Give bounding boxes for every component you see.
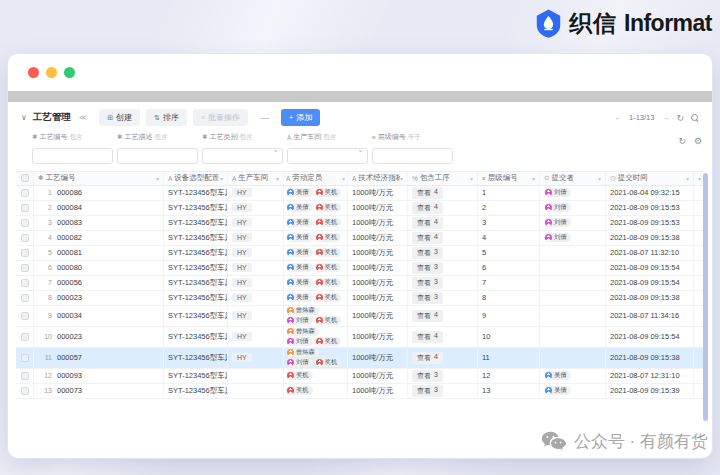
header-cell-劳动定员[interactable]: A劳动定员▾: [284, 172, 348, 185]
chevron-down-icon[interactable]: ▾: [342, 175, 345, 182]
batch-actions-button[interactable]: ≡ 批量操作: [193, 109, 248, 126]
view-ops-button[interactable]: 查看4: [412, 331, 443, 343]
filter-select-生产车间[interactable]: [287, 144, 368, 164]
filter-input-工艺描述[interactable]: [117, 148, 198, 164]
chevron-down-icon[interactable]: ▾: [698, 175, 701, 182]
view-ops-button[interactable]: 查看4: [412, 202, 443, 214]
row-checkbox[interactable]: [21, 312, 29, 320]
chevron-down-icon[interactable]: ▾: [686, 175, 689, 182]
process-no-cell: 7000056: [34, 276, 164, 290]
add-record-button[interactable]: + 添加: [281, 109, 320, 126]
row-number: 13: [38, 387, 52, 394]
submit-time-cell: 2021-08-09 09:15:38: [606, 231, 694, 245]
row-checkbox[interactable]: [21, 387, 29, 395]
refresh-icon[interactable]: ↻: [678, 136, 686, 146]
filter-input-工艺编号[interactable]: [32, 148, 113, 164]
table-row[interactable]: 6000080SYT-123456型车床HY吴倩奖机1000吨/万元查看3620…: [16, 261, 704, 276]
header-cell-技术经济指标[interactable]: A技术经济指标▾: [348, 172, 408, 185]
chevron-down-icon[interactable]: ▾: [220, 175, 223, 182]
view-ops-button[interactable]: 查看3: [412, 247, 443, 259]
table-row[interactable]: 12000093SYT-123456型车床奖机1000吨/万元查看312吴倩20…: [16, 369, 704, 384]
submit-time-cell: 2021-08-07 12:31:10: [606, 369, 694, 383]
table-row[interactable]: 2000084SYT-123456型车床HY吴倩奖机1000吨/万元查看42刘倩…: [16, 201, 704, 216]
close-window-button[interactable]: [28, 67, 39, 78]
member-chip: 吴倩: [286, 263, 313, 272]
table-row[interactable]: 3000083SYT-123456型车床HY吴倩奖机1000吨/万元查看43刘倩…: [16, 216, 704, 231]
header-cell-生产车间[interactable]: A生产车间▾: [228, 172, 284, 185]
view-ops-button[interactable]: 查看4: [412, 352, 443, 364]
table-row[interactable]: 10000023SYT-123456型车床HY曾炜森刘倩奖机1000吨/万元查看…: [16, 327, 704, 348]
filter-select-input[interactable]: [287, 148, 368, 164]
view-ops-button[interactable]: 查看3: [412, 370, 443, 382]
view-ops-button[interactable]: 查看4: [412, 310, 443, 322]
header-cell-工艺编号[interactable]: ✱工艺编号▾: [34, 172, 164, 185]
header-cell-设备选型配置[interactable]: A设备选型配置▾: [164, 172, 228, 185]
ops-cell: 查看3: [408, 384, 478, 398]
row-checkbox[interactable]: [21, 219, 29, 227]
table-row[interactable]: 1000086SYT-123456型车床HY吴倩奖机1000吨/万元查看41刘倩…: [16, 186, 704, 201]
view-ops-button[interactable]: 查看4: [412, 232, 443, 244]
chevron-down-icon[interactable]: ▾: [156, 175, 159, 182]
view-ops-button[interactable]: 查看3: [412, 277, 443, 289]
header-cell-层级编号[interactable]: ≡层级编号▾: [478, 172, 540, 185]
chevron-down-icon[interactable]: ▾: [400, 175, 403, 182]
header-cell-提交时间[interactable]: ◷提交时间▾: [606, 172, 694, 185]
submitter-cell: [540, 246, 606, 260]
next-page-arrow-icon[interactable]: →: [661, 113, 669, 122]
row-checkbox[interactable]: [21, 279, 29, 287]
submitter-cell: [540, 306, 606, 326]
header-cell-提交者[interactable]: ⊙提交者▾: [540, 172, 606, 185]
row-checkbox[interactable]: [21, 204, 29, 212]
chevron-down-icon[interactable]: ∨: [21, 113, 27, 122]
table-row[interactable]: 5000081SYT-123456型车床HY吴倩奖机1000吨/万元查看3520…: [16, 246, 704, 261]
table-row[interactable]: 8000023SYT-123456型车床HY吴倩奖机1000吨/万元查看3820…: [16, 291, 704, 306]
search-icon[interactable]: [691, 114, 699, 122]
header-cell-checkbox[interactable]: [16, 172, 34, 185]
row-checkbox[interactable]: [21, 264, 29, 272]
table-row[interactable]: 7000056SYT-123456型车床HY吴倩奖机1000吨/万元查看3720…: [16, 276, 704, 291]
header-cell-包含工序[interactable]: %包含工序▾: [408, 172, 478, 185]
row-checkbox[interactable]: [21, 333, 29, 341]
vertical-scrollbar[interactable]: [703, 173, 708, 421]
prev-page-arrow-icon[interactable]: ←: [614, 113, 622, 122]
workshop-tag: HY: [232, 278, 252, 287]
table-row[interactable]: 11000057SYT-123456型车床HY曾炜森刘倩奖机1000吨/万元查看…: [16, 348, 704, 369]
row-checkbox[interactable]: [21, 234, 29, 242]
create-button[interactable]: ⊞ 创建: [99, 109, 140, 126]
gear-icon[interactable]: ⚙: [694, 136, 702, 146]
row-checkbox[interactable]: [21, 249, 29, 257]
view-ops-button[interactable]: 查看3: [412, 262, 443, 274]
create-icon: ⊞: [107, 114, 113, 122]
sort-button[interactable]: ⇅ 排序: [146, 109, 187, 126]
table-row[interactable]: 9000034SYT-123456型车床HY曾炜森刘倩奖机1000吨/万元查看4…: [16, 306, 704, 327]
row-checkbox[interactable]: [21, 294, 29, 302]
table-row[interactable]: 13000073SYT-123456型车床奖机1000吨/万元查看313吴倩20…: [16, 384, 704, 399]
member-chip: 吴倩: [286, 233, 313, 242]
refresh-icon[interactable]: ↻: [676, 113, 684, 123]
member-chip: 奖机: [286, 386, 313, 395]
filter-select-工艺类别[interactable]: [202, 144, 283, 164]
process-no: 000083: [57, 218, 82, 227]
maximize-window-button[interactable]: [64, 67, 75, 78]
row-checkbox[interactable]: [21, 354, 29, 362]
select-all-checkbox[interactable]: [21, 174, 29, 182]
row-checkbox[interactable]: [21, 372, 29, 380]
row-checkbox[interactable]: [21, 189, 29, 197]
view-ops-button[interactable]: 查看3: [412, 385, 443, 397]
table-row[interactable]: 4000082SYT-123456型车床HY吴倩奖机1000吨/万元查看44刘倩…: [16, 231, 704, 246]
view-ops-button[interactable]: 查看4: [412, 217, 443, 229]
chevron-down-icon[interactable]: ▾: [470, 175, 473, 182]
filter-select-input[interactable]: [202, 148, 283, 164]
chevron-down-icon[interactable]: ▾: [532, 175, 535, 182]
more-actions-button[interactable]: —: [254, 113, 275, 123]
view-ops-button[interactable]: 查看4: [412, 187, 443, 199]
chevron-down-icon[interactable]: ▾: [276, 175, 279, 182]
level-no-cell: 3: [478, 216, 540, 230]
share-icon[interactable]: ≪: [79, 113, 87, 122]
view-ops-button[interactable]: 查看3: [412, 292, 443, 304]
device-cell: SYT-123456型车床: [164, 384, 228, 398]
avatar: [287, 204, 294, 211]
filter-input-层级编号[interactable]: [372, 148, 453, 164]
chevron-down-icon[interactable]: ▾: [598, 175, 601, 182]
minimize-window-button[interactable]: [46, 67, 57, 78]
